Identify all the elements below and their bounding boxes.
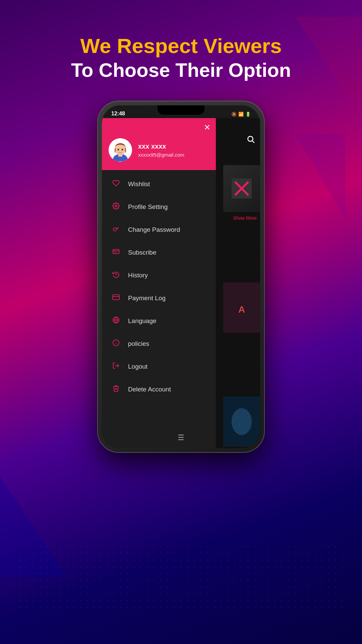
key-icon xyxy=(111,225,121,234)
svg-point-0 xyxy=(248,136,253,141)
phone-notch xyxy=(158,105,204,115)
user-name: xxx xxxx xyxy=(138,143,184,150)
svg-point-26 xyxy=(113,340,119,346)
subscribe-label: Subscribe xyxy=(128,249,157,256)
menu-item-history[interactable]: History xyxy=(102,264,216,287)
wifi-icon: 📶 xyxy=(238,112,244,117)
user-details: xxx xxxx xxxxx95@gmail.com xyxy=(138,143,184,158)
battery-icon: 🔋 xyxy=(245,112,251,117)
menu-item-subscribe[interactable]: Subscribe xyxy=(102,241,216,264)
phone-outer-frame: 12:48 🔕 📶 🔋 xyxy=(97,101,265,453)
svg-point-17 xyxy=(115,205,117,207)
wishlist-label: Wishlist xyxy=(128,180,150,188)
svg-rect-19 xyxy=(113,250,119,254)
menu-item-profile-setting[interactable]: Profile Setting xyxy=(102,196,216,218)
heart-icon xyxy=(111,179,121,189)
svg-point-18 xyxy=(113,228,116,231)
show-more-button[interactable]: Show More xyxy=(233,215,257,221)
svg-point-8 xyxy=(232,408,252,435)
user-email: xxxxx95@gmail.com xyxy=(138,152,184,158)
menu-item-wishlist[interactable]: Wishlist xyxy=(102,173,216,196)
delete-account-label: Delete Account xyxy=(128,386,171,393)
policies-label: policies xyxy=(128,340,149,347)
wifi-off-icon: 🔕 xyxy=(231,112,237,117)
close-button[interactable]: ✕ xyxy=(204,123,210,132)
header-line2: To Choose Their Option xyxy=(0,58,362,82)
drawer-header: ✕ xyxy=(102,118,216,170)
delete-icon xyxy=(111,385,121,394)
menu-item-delete-account[interactable]: Delete Account xyxy=(102,378,216,401)
svg-point-16 xyxy=(123,150,125,152)
svg-point-12 xyxy=(115,145,126,155)
payment-icon xyxy=(111,293,121,303)
bottom-nav[interactable]: ☰ xyxy=(102,433,260,442)
history-icon xyxy=(111,271,121,280)
subscribe-icon xyxy=(111,248,121,257)
language-label: Language xyxy=(128,317,157,325)
menu-list: Wishlist Profile Setting xyxy=(102,170,216,448)
header-section: We Respect Viewers To Choose Their Optio… xyxy=(0,34,362,82)
svg-point-14 xyxy=(122,149,123,151)
logout-icon xyxy=(111,362,121,371)
language-icon xyxy=(111,316,121,326)
change-password-label: Change Password xyxy=(128,226,180,233)
profile-setting-label: Profile Setting xyxy=(128,203,168,211)
menu-item-change-password[interactable]: Change Password xyxy=(102,218,216,241)
svg-rect-22 xyxy=(113,295,119,300)
svg-point-15 xyxy=(116,150,118,152)
logout-label: Logout xyxy=(128,363,147,370)
menu-item-logout[interactable]: Logout xyxy=(102,355,216,378)
movie-thumb-1 xyxy=(223,165,260,212)
phone-mockup: 12:48 🔕 📶 🔋 xyxy=(97,101,265,453)
avatar xyxy=(109,138,132,162)
status-icons: 🔕 📶 🔋 xyxy=(231,112,251,117)
svg-point-13 xyxy=(118,149,119,151)
policies-icon xyxy=(111,339,121,348)
svg-line-1 xyxy=(252,141,254,143)
svg-text:A: A xyxy=(238,304,245,315)
movie-thumb-2: A xyxy=(223,282,260,333)
hamburger-icon[interactable]: ☰ xyxy=(178,433,184,442)
status-time: 12:48 xyxy=(111,111,125,117)
menu-item-language[interactable]: Language xyxy=(102,310,216,332)
gear-icon xyxy=(111,202,121,212)
payment-log-label: Payment Log xyxy=(128,294,166,302)
screen-content: Show More A xyxy=(102,118,260,448)
menu-item-payment-log[interactable]: Payment Log xyxy=(102,287,216,310)
menu-item-policies[interactable]: policies xyxy=(102,332,216,355)
header-line1: We Respect Viewers xyxy=(0,34,362,58)
phone-screen: 12:48 🔕 📶 🔋 xyxy=(102,105,260,448)
side-drawer: ✕ xyxy=(102,118,216,448)
history-label: History xyxy=(128,272,148,279)
search-button[interactable] xyxy=(246,135,255,146)
user-info: xxx xxxx xxxxx95@gmail.com xyxy=(109,138,209,162)
